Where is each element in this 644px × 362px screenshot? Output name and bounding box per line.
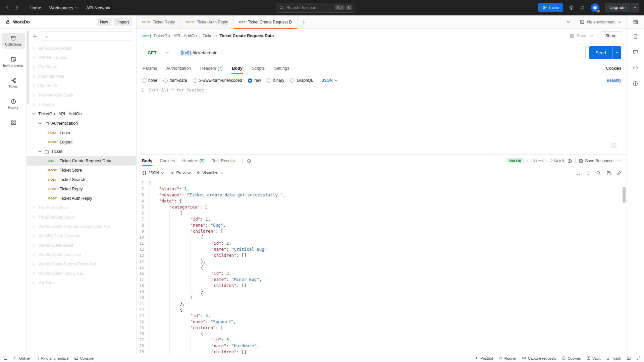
- response-tab-test-results[interactable]: Test Results: [212, 155, 235, 167]
- sidebar-item[interactable]: ApiDocsGenerator: [27, 44, 136, 53]
- rail-item-history[interactable]: History: [2, 96, 25, 112]
- sidebar-item[interactable]: TrueBust Admin: [27, 203, 136, 213]
- body-mode-form-data[interactable]: form-data: [163, 78, 187, 83]
- chevron-right-icon[interactable]: [32, 205, 36, 210]
- chevron-right-icon[interactable]: [32, 74, 36, 79]
- chevron-right-icon[interactable]: [32, 243, 36, 248]
- response-format-dropdown[interactable]: {} JSON: [142, 171, 164, 175]
- rail-item-flows[interactable]: Flows: [2, 75, 25, 91]
- copy-icon[interactable]: [606, 171, 611, 176]
- body-mode-none[interactable]: none: [142, 78, 157, 83]
- chevron-right-icon[interactable]: [32, 102, 36, 107]
- response-tab-headers[interactable]: Headers (9): [182, 155, 205, 167]
- comments-icon[interactable]: [633, 49, 638, 55]
- request-body-editor[interactable]: 1 Ctrl+Alt+P for Postbot: [137, 86, 627, 154]
- body-format-dropdown[interactable]: JSON: [322, 78, 338, 83]
- tab-overflow-button[interactable]: [562, 15, 575, 28]
- statusbar-cookies[interactable]: Cookies: [561, 356, 581, 360]
- bell-icon[interactable]: [580, 5, 585, 11]
- avatar[interactable]: [591, 3, 599, 12]
- sidebar-item[interactable]: WorkdoDash-sales-Api: [27, 250, 136, 259]
- response-tab-cookies[interactable]: Cookies: [160, 155, 175, 167]
- chevron-right-icon[interactable]: [32, 224, 36, 229]
- response-scrollbar[interactable]: [623, 187, 626, 203]
- statusbar-online[interactable]: Online: [13, 356, 30, 360]
- response-tab-body[interactable]: Body: [142, 155, 152, 167]
- sidebar-item[interactable]: POSTLogin: [27, 128, 136, 137]
- rail-item-environments[interactable]: Environments: [2, 54, 25, 70]
- sidebar-item[interactable]: WorkdoDash-Lead: [27, 241, 136, 250]
- statusbar-sidebar-toggle[interactable]: [3, 356, 8, 360]
- invite-button[interactable]: Invite: [538, 3, 563, 12]
- chevron-right-icon[interactable]: [32, 46, 36, 51]
- body-mode-GraphQL[interactable]: GraphQL: [290, 78, 313, 83]
- sidebar-item[interactable]: YouTube: [27, 278, 136, 288]
- sidebar-item[interactable]: WorkdoDash-AttendanceAppDash-Api: [27, 222, 136, 231]
- chevron-right-icon[interactable]: [32, 65, 36, 69]
- statusbar-trash[interactable]: Trash: [606, 356, 621, 360]
- sidebar-item[interactable]: ERPGo Tracker: [27, 53, 136, 62]
- sidebar-filter-input[interactable]: [41, 32, 132, 41]
- nav-item-home[interactable]: Home: [26, 3, 45, 12]
- body-mode-binary[interactable]: binary: [267, 78, 284, 83]
- sidebar-item[interactable]: WorkdoDash-SupporTicket-Api: [27, 259, 136, 269]
- statusbar-vault[interactable]: Vault: [586, 356, 600, 360]
- sidebar-item[interactable]: Ticketgo: [27, 100, 136, 109]
- chevron-right-icon[interactable]: [32, 83, 36, 88]
- search-in-body-icon[interactable]: [596, 171, 601, 176]
- breadcrumb-segment[interactable]: Ticket Create Request Data: [219, 34, 274, 38]
- nav-item-api-network[interactable]: API Network: [83, 3, 114, 12]
- open-tab[interactable]: POST Ticket Reply: [137, 15, 180, 28]
- nav-item-workspaces[interactable]: Workspaces: [46, 3, 82, 12]
- preview-button[interactable]: Preview: [170, 171, 191, 175]
- link-icon[interactable]: [616, 171, 621, 176]
- chevron-right-icon[interactable]: [32, 281, 36, 285]
- sidebar-item[interactable]: Ticket: [27, 147, 136, 156]
- rail-item-collections[interactable]: Collections: [2, 33, 25, 49]
- chevron-right-icon[interactable]: [32, 252, 36, 257]
- gear-icon[interactable]: [569, 5, 574, 11]
- rail-item-more[interactable]: [2, 117, 25, 128]
- body-mode-raw[interactable]: raw: [248, 78, 261, 83]
- sidebar-item[interactable]: plant-identifier: [27, 72, 136, 81]
- request-tab-body[interactable]: Body: [231, 62, 243, 74]
- request-tab-headers[interactable]: Headers (7): [200, 62, 223, 74]
- chevron-right-icon[interactable]: [32, 55, 36, 60]
- sidebar-item[interactable]: GETTicket Create Request Data: [27, 156, 136, 166]
- sidebar-item[interactable]: POSTTicket Search: [27, 175, 136, 184]
- code-snippet-icon[interactable]: [633, 65, 638, 71]
- sidebar-item[interactable]: TicketGo - API - AddOn: [27, 109, 136, 119]
- open-tab[interactable]: GET Ticket Create Request D: [234, 15, 298, 28]
- upgrade-button[interactable]: Upgrade: [605, 3, 639, 12]
- sidebar-item[interactable]: WorkDoDash-Contract: [27, 231, 136, 241]
- sidebar-item[interactable]: Test WorkDo Dash: [27, 90, 136, 100]
- statusbar-runner[interactable]: Runner: [498, 356, 517, 360]
- forward-arrow-icon[interactable]: [14, 5, 19, 11]
- breadcrumb-segment[interactable]: TicketGo - API - AddOn: [153, 34, 197, 38]
- postbot-hint-icon[interactable]: [610, 142, 617, 149]
- beautify-link[interactable]: Beautify: [607, 78, 621, 83]
- chevron-right-icon[interactable]: [32, 271, 36, 276]
- environment-quick-look[interactable]: [627, 15, 644, 28]
- request-tab-authorization[interactable]: Authorization: [166, 62, 192, 74]
- body-mode-x-www-form-urlencoded[interactable]: x-www-form-urlencoded: [193, 78, 242, 83]
- cookies-link[interactable]: Cookies: [606, 66, 621, 71]
- breadcrumb-segment[interactable]: Ticket: [203, 34, 214, 38]
- sidebar-item[interactable]: Authentication: [27, 119, 136, 128]
- chevron-down-icon[interactable]: [38, 149, 42, 154]
- import-button[interactable]: Import: [114, 18, 132, 26]
- sidebar-item[interactable]: POSTTicket Reply: [27, 184, 136, 194]
- request-tab-params[interactable]: Params: [142, 62, 158, 74]
- new-button[interactable]: New: [97, 18, 111, 26]
- chevron-right-icon[interactable]: [32, 215, 36, 220]
- sidebar-item[interactable]: TrueBust App Local: [27, 213, 136, 222]
- method-selector[interactable]: GET: [142, 50, 175, 55]
- send-options-button[interactable]: [612, 46, 621, 59]
- workspace-name[interactable]: WorkDo: [13, 19, 30, 24]
- globe-icon[interactable]: [567, 159, 572, 164]
- share-button[interactable]: Share: [601, 32, 621, 40]
- documentation-icon[interactable]: [633, 34, 638, 39]
- statusbar-split[interactable]: [627, 356, 631, 360]
- open-tab[interactable]: POST Ticket Auth Reply: [180, 15, 234, 28]
- sidebar-item[interactable]: File Share: [27, 62, 136, 72]
